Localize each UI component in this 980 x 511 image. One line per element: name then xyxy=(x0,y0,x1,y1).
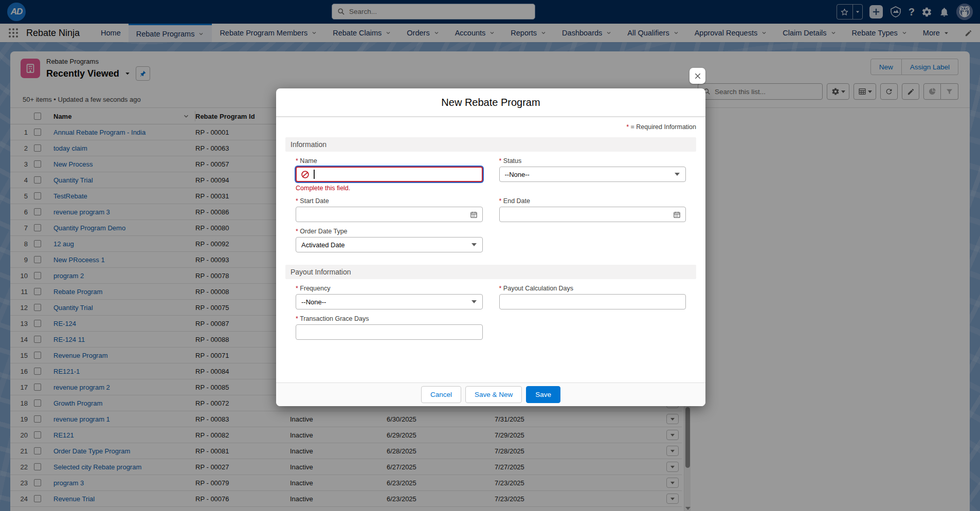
close-icon xyxy=(694,72,701,80)
order-date-type-label: Order Date Type xyxy=(300,228,347,235)
start-date-input[interactable] xyxy=(296,207,483,222)
field-frequency: * Frequency --None-- xyxy=(296,285,483,309)
payout-calculation-days-label: Payout Calculation Days xyxy=(503,285,573,292)
field-payout-calculation-days: * Payout Calculation Days xyxy=(499,285,686,309)
section-payout-information: Payout Information xyxy=(285,265,696,279)
new-rebate-program-modal: New Rebate Program * = Required Informat… xyxy=(276,88,705,406)
save-and-new-button[interactable]: Save & New xyxy=(465,386,522,403)
combobox-caret-icon xyxy=(471,300,477,303)
status-combobox[interactable]: --None-- xyxy=(499,167,686,182)
combobox-caret-icon xyxy=(471,243,477,246)
required-legend: * = Required Information xyxy=(285,123,696,131)
start-date-label: Start Date xyxy=(300,197,329,205)
transaction-grace-days-label: Transaction Grace Days xyxy=(300,315,369,322)
calendar-icon[interactable] xyxy=(673,211,681,218)
end-date-input[interactable] xyxy=(499,207,686,222)
field-name: * Name Complete this field. xyxy=(296,157,483,192)
text-cursor xyxy=(314,170,315,179)
combobox-caret-icon xyxy=(675,173,680,176)
frequency-value: --None-- xyxy=(301,298,326,306)
calendar-icon[interactable] xyxy=(470,211,478,218)
modal-title: New Rebate Program xyxy=(441,97,540,108)
payout-fields: * Frequency --None-- * Payout Calculatio… xyxy=(285,279,696,340)
field-status: * Status --None-- xyxy=(499,157,686,192)
order-date-type-combobox[interactable]: Activated Date xyxy=(296,237,483,252)
field-order-date-type: * Order Date Type Activated Date xyxy=(296,228,483,252)
cancel-button[interactable]: Cancel xyxy=(421,386,461,403)
payout-calculation-days-input[interactable] xyxy=(499,294,686,309)
name-error-message: Complete this field. xyxy=(296,185,483,192)
field-start-date: * Start Date xyxy=(296,197,483,222)
end-date-label: End Date xyxy=(503,197,530,205)
app-window: AD xyxy=(0,0,980,511)
frequency-combobox[interactable]: --None-- xyxy=(296,294,483,309)
information-fields: * Name Complete this field. * Status --N… xyxy=(285,152,696,252)
modal-close-button[interactable] xyxy=(689,68,705,84)
save-button[interactable]: Save xyxy=(526,386,560,403)
order-date-type-value: Activated Date xyxy=(301,241,345,249)
status-label: Status xyxy=(503,157,521,165)
name-label: Name xyxy=(300,157,317,165)
modal-header: New Rebate Program xyxy=(276,88,705,117)
field-end-date: * End Date xyxy=(499,197,686,222)
status-value: --None-- xyxy=(505,171,530,178)
transaction-grace-days-input[interactable] xyxy=(296,324,483,340)
frequency-label: Frequency xyxy=(300,285,330,292)
section-information: Information xyxy=(285,137,696,152)
name-input[interactable] xyxy=(296,167,483,182)
modal-footer: Cancel Save & New Save xyxy=(276,382,705,406)
no-entry-error-icon xyxy=(301,170,310,179)
modal-body: * = Required Information Information * N… xyxy=(276,117,705,382)
required-asterisk: * xyxy=(626,123,629,131)
field-transaction-grace-days: * Transaction Grace Days xyxy=(296,315,483,340)
